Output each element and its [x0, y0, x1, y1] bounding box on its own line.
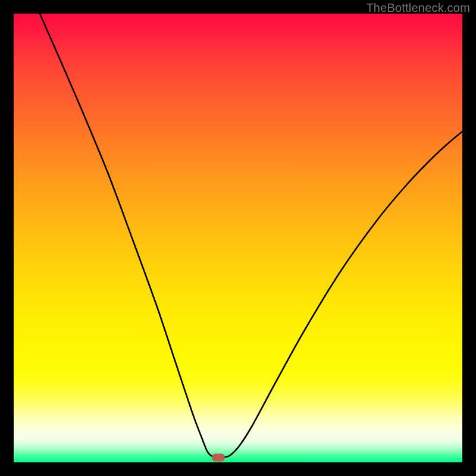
chart-frame: TheBottleneck.com — [0, 0, 476, 476]
gradient-background — [14, 14, 462, 462]
watermark-text: TheBottleneck.com — [366, 1, 470, 15]
plot-area — [14, 14, 462, 462]
optimal-point-marker — [212, 454, 225, 462]
